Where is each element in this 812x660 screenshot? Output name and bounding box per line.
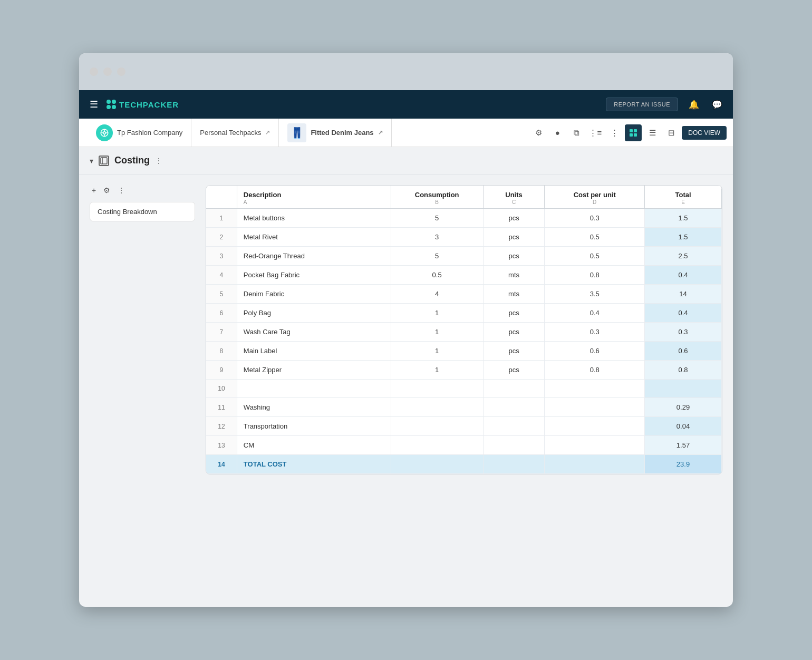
- traffic-light-red[interactable]: [90, 67, 98, 76]
- doc-view-button[interactable]: DOC VIEW: [682, 126, 727, 140]
- cell-cpu[interactable]: [545, 455, 645, 474]
- circle-icon[interactable]: ●: [549, 124, 566, 141]
- cell-consumption[interactable]: 5: [391, 247, 483, 266]
- cell-total[interactable]: 0.29: [645, 398, 722, 417]
- cell-consumption[interactable]: 3: [391, 228, 483, 247]
- cell-description[interactable]: Denim Fabric: [237, 285, 391, 304]
- cell-cpu[interactable]: [545, 417, 645, 436]
- cell-cpu[interactable]: [545, 398, 645, 417]
- sidebar-item-costing-breakdown[interactable]: Costing Breakdown: [90, 202, 195, 221]
- cell-consumption[interactable]: 4: [391, 285, 483, 304]
- breadcrumb-techpacks[interactable]: Personal Techpacks ↗: [191, 119, 279, 147]
- cell-description[interactable]: Metal buttons: [237, 209, 391, 228]
- cell-units[interactable]: pcs: [483, 228, 545, 247]
- cell-consumption[interactable]: 1: [391, 361, 483, 380]
- table-row[interactable]: 1Metal buttons5pcs0.31.5: [206, 209, 722, 228]
- more-options-icon[interactable]: ⋮: [606, 124, 623, 141]
- report-issue-button[interactable]: REPORT AN ISSUE: [606, 98, 678, 111]
- cell-description[interactable]: Pocket Bag Fabric: [237, 266, 391, 285]
- table-row[interactable]: 6Poly Bag1pcs0.40.4: [206, 304, 722, 323]
- cell-description[interactable]: Wash Care Tag: [237, 323, 391, 342]
- cell-total[interactable]: 1.5: [645, 209, 722, 228]
- cell-units[interactable]: pcs: [483, 361, 545, 380]
- cell-total[interactable]: 0.8: [645, 361, 722, 380]
- cell-description[interactable]: Main Label: [237, 342, 391, 361]
- cell-units[interactable]: [483, 417, 545, 436]
- cell-description[interactable]: [237, 380, 391, 398]
- cell-description[interactable]: Transportation: [237, 417, 391, 436]
- cell-consumption[interactable]: [391, 380, 483, 398]
- cell-cpu[interactable]: 0.8: [545, 266, 645, 285]
- breadcrumb-product[interactable]: 👖 Fitted Denim Jeans ↗: [279, 119, 391, 147]
- cell-description[interactable]: TOTAL COST: [237, 455, 391, 474]
- table-row[interactable]: 13CM1.57: [206, 436, 722, 455]
- cell-total[interactable]: 0.4: [645, 266, 722, 285]
- cell-total[interactable]: 1.5: [645, 228, 722, 247]
- table-row[interactable]: 11Washing0.29: [206, 398, 722, 417]
- cell-units[interactable]: [483, 380, 545, 398]
- cell-description[interactable]: Poly Bag: [237, 304, 391, 323]
- cell-description[interactable]: Metal Zipper: [237, 361, 391, 380]
- cell-consumption[interactable]: [391, 455, 483, 474]
- cell-cpu[interactable]: 0.6: [545, 342, 645, 361]
- grid-view-icon[interactable]: [625, 124, 642, 141]
- list-view-icon[interactable]: ☰: [644, 124, 661, 141]
- filter-icon[interactable]: ⋮≡: [587, 124, 604, 141]
- cell-total[interactable]: 0.04: [645, 417, 722, 436]
- table-row[interactable]: 14TOTAL COST23.9: [206, 455, 722, 474]
- cell-units[interactable]: pcs: [483, 247, 545, 266]
- cell-total[interactable]: 14: [645, 285, 722, 304]
- cell-cpu[interactable]: 0.3: [545, 209, 645, 228]
- table-row[interactable]: 3Red-Orange Thread5pcs0.52.5: [206, 247, 722, 266]
- cell-total[interactable]: [645, 380, 722, 398]
- cell-units[interactable]: mts: [483, 285, 545, 304]
- section-menu-button[interactable]: ⋮: [155, 157, 162, 165]
- notification-icon[interactable]: 🔔: [687, 98, 701, 112]
- cell-description[interactable]: CM: [237, 436, 391, 455]
- table-row[interactable]: 12Transportation0.04: [206, 417, 722, 436]
- cell-cpu[interactable]: [545, 436, 645, 455]
- cell-units[interactable]: [483, 398, 545, 417]
- cell-description[interactable]: Washing: [237, 398, 391, 417]
- table-row[interactable]: 2Metal Rivet3pcs0.51.5: [206, 228, 722, 247]
- settings-icon[interactable]: ⚙: [530, 124, 547, 141]
- table-row[interactable]: 7Wash Care Tag1pcs0.30.3: [206, 323, 722, 342]
- traffic-light-yellow[interactable]: [103, 67, 112, 76]
- cell-units[interactable]: pcs: [483, 323, 545, 342]
- add-button[interactable]: +: [90, 185, 98, 196]
- cell-cpu[interactable]: 0.4: [545, 304, 645, 323]
- cell-total[interactable]: 0.6: [645, 342, 722, 361]
- cell-description[interactable]: Red-Orange Thread: [237, 247, 391, 266]
- cell-consumption[interactable]: 5: [391, 209, 483, 228]
- message-icon[interactable]: 💬: [710, 98, 724, 112]
- table-row[interactable]: 4Pocket Bag Fabric0.5mts0.80.4: [206, 266, 722, 285]
- cell-units[interactable]: [483, 436, 545, 455]
- breadcrumb-org[interactable]: Tp Fashion Company: [88, 119, 191, 147]
- cell-units[interactable]: [483, 455, 545, 474]
- cell-total[interactable]: 2.5: [645, 247, 722, 266]
- cell-consumption[interactable]: [391, 417, 483, 436]
- cell-consumption[interactable]: 1: [391, 304, 483, 323]
- table-row[interactable]: 5Denim Fabric4mts3.514: [206, 285, 722, 304]
- cell-consumption[interactable]: 0.5: [391, 266, 483, 285]
- cell-total[interactable]: 1.57: [645, 436, 722, 455]
- cell-cpu[interactable]: 0.3: [545, 323, 645, 342]
- cell-units[interactable]: mts: [483, 266, 545, 285]
- traffic-light-green[interactable]: [117, 67, 125, 76]
- collapse-button[interactable]: ▾: [90, 157, 93, 165]
- table-row[interactable]: 10: [206, 380, 722, 398]
- sidebar-menu-icon[interactable]: ⋮: [115, 185, 127, 196]
- cell-cpu[interactable]: 0.5: [545, 247, 645, 266]
- table-row[interactable]: 8Main Label1pcs0.60.6: [206, 342, 722, 361]
- cell-consumption[interactable]: 1: [391, 342, 483, 361]
- cell-description[interactable]: Metal Rivet: [237, 228, 391, 247]
- cell-consumption[interactable]: [391, 436, 483, 455]
- cell-total[interactable]: 23.9: [645, 455, 722, 474]
- hamburger-menu[interactable]: ☰: [88, 96, 100, 112]
- copy-icon[interactable]: ⧉: [568, 124, 585, 141]
- cell-consumption[interactable]: [391, 398, 483, 417]
- cell-consumption[interactable]: 1: [391, 323, 483, 342]
- table-row[interactable]: 9Metal Zipper1pcs0.80.8: [206, 361, 722, 380]
- layers-icon[interactable]: ⊟: [663, 124, 680, 141]
- cell-units[interactable]: pcs: [483, 209, 545, 228]
